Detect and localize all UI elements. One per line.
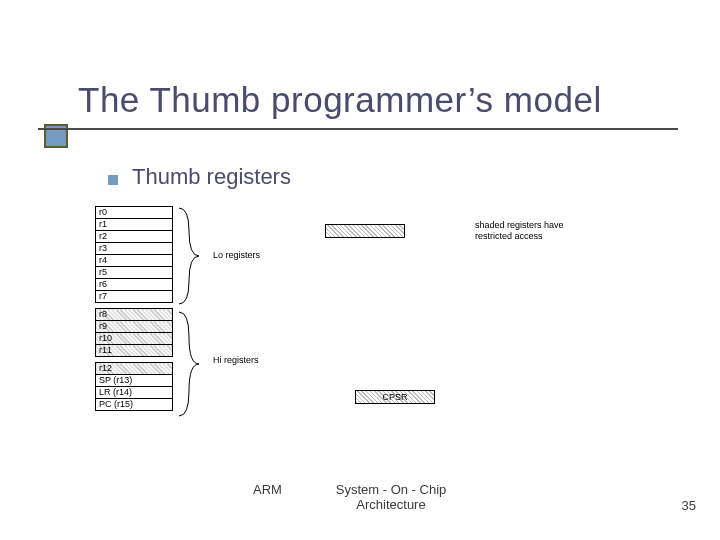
page-number: 35 [682, 498, 696, 513]
reg-cell: r2 [96, 231, 173, 243]
title-underline [38, 128, 678, 130]
slide-title: The Thumb programmer’s model [78, 80, 602, 120]
bullet-row: Thumb registers [108, 164, 291, 190]
register-table: r0 r1 r2 r3 r4 r5 r6 r7 r8 r9 r10 r11 r1… [95, 206, 173, 411]
reg-cell: r5 [96, 267, 173, 279]
reg-cell: r7 [96, 291, 173, 303]
reg-cell-sp: SP (r13) [96, 375, 173, 387]
bullet-icon [108, 175, 118, 185]
bullet-text: Thumb registers [132, 164, 291, 190]
reg-cell: r0 [96, 207, 173, 219]
legend-shaded-swatch [325, 224, 405, 238]
legend-line1: shaded registers have [475, 220, 564, 230]
lo-registers-label: Lo registers [213, 250, 260, 260]
footer-center-line2: Architecture [356, 497, 425, 512]
reg-cell: r3 [96, 243, 173, 255]
footer-arm: ARM [253, 482, 282, 497]
reg-cell: r6 [96, 279, 173, 291]
reg-cell-lr: LR (r14) [96, 387, 173, 399]
reg-cell-hi: r10 [96, 333, 173, 345]
legend-line2: restricted access [475, 231, 543, 241]
reg-cell-hi: r9 [96, 321, 173, 333]
hi-registers-label: Hi registers [213, 355, 259, 365]
cpsr-box: CPSR [355, 390, 435, 404]
brace-hi-icon [177, 310, 209, 418]
reg-cell-pc: PC (r15) [96, 399, 173, 411]
reg-cell: r1 [96, 219, 173, 231]
footer-center: System - On - Chip Architecture [306, 482, 476, 512]
register-diagram: r0 r1 r2 r3 r4 r5 r6 r7 r8 r9 r10 r11 r1… [95, 206, 635, 456]
reg-cell: r4 [96, 255, 173, 267]
reg-cell-hi: r12 [96, 363, 173, 375]
brace-lo-icon [177, 206, 209, 306]
reg-cell-hi: r11 [96, 345, 173, 357]
footer-center-line1: System - On - Chip [336, 482, 447, 497]
reg-cell-hi: r8 [96, 309, 173, 321]
legend-text: shaded registers have restricted access [475, 220, 564, 242]
